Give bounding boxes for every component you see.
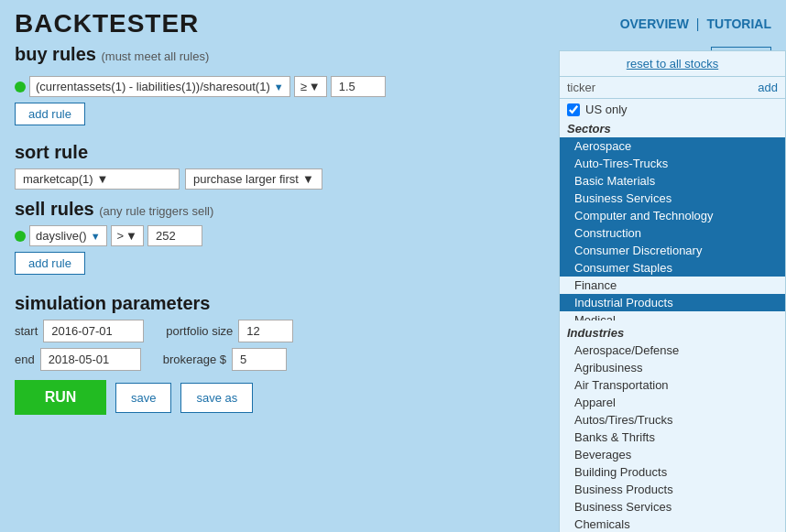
sector-item[interactable]: Business Services (560, 190, 785, 207)
sector-item[interactable]: Basic Materials (560, 172, 785, 190)
industry-list: Aerospace/DefenseAgribusinessAir Transpo… (560, 342, 785, 532)
save-button[interactable]: save (115, 383, 171, 413)
stock-panel: reset to all stocks ticker add US only S… (559, 50, 786, 532)
sector-item[interactable]: Medical (560, 311, 785, 320)
buy-rule-formula[interactable]: (currentassets(1) - liabilities(1))/shar… (29, 76, 290, 97)
industry-item[interactable]: Apparel (560, 394, 785, 411)
sell-formula-dropdown-arrow[interactable]: ▼ (91, 231, 101, 242)
nav-divider: | (696, 16, 700, 31)
industry-item[interactable]: Chemicals (560, 516, 785, 532)
industry-item[interactable]: Business Services (560, 498, 785, 516)
industry-item[interactable]: Banks & Thrifts (560, 429, 785, 446)
sell-rule-value[interactable] (147, 225, 202, 246)
sector-item[interactable]: Finance (560, 277, 785, 294)
us-only-checkbox[interactable] (567, 103, 580, 116)
start-input[interactable] (43, 320, 144, 342)
panel-header: reset to all stocks (560, 51, 785, 76)
run-button[interactable]: RUN (15, 380, 106, 415)
tutorial-link[interactable]: TUTORIAL (706, 16, 771, 31)
sell-rule-operator[interactable]: > ▼ (111, 225, 144, 246)
ticker-row: ticker add (560, 76, 785, 99)
end-input[interactable] (40, 348, 141, 371)
ticker-add-link[interactable]: add (758, 81, 778, 94)
buy-rule-value[interactable] (331, 76, 386, 97)
save-as-button[interactable]: save as (180, 383, 253, 413)
end-label: end (15, 353, 35, 366)
portfolio-size-param-group: portfolio size (166, 320, 293, 342)
start-param-group: start (15, 320, 144, 342)
buy-add-rule-button[interactable]: add rule (15, 103, 85, 125)
buy-rules-title: buy rules (must meet all rules) (15, 44, 209, 65)
sector-item[interactable]: Computer and Technology (560, 207, 785, 224)
brokerage-input[interactable] (232, 348, 287, 371)
sector-item[interactable]: Industrial Products (560, 294, 785, 311)
buy-rule-operator[interactable]: ≥ ▼ (294, 76, 327, 97)
ticker-label: ticker (567, 81, 752, 94)
sort-formula-select[interactable]: marketcap(1) ▼ (15, 168, 180, 190)
sell-add-rule-button[interactable]: add rule (15, 252, 85, 275)
industry-item[interactable]: Beverages (560, 446, 785, 463)
industry-item[interactable]: Building Products (560, 463, 785, 481)
sector-item[interactable]: Construction (560, 224, 785, 242)
header-nav: OVERVIEW | TUTORIAL (620, 16, 771, 31)
brokerage-param-group: brokerage $ (163, 348, 287, 371)
sort-direction-select[interactable]: purchase larger first ▼ (185, 168, 322, 190)
industry-item[interactable]: Air Transportation (560, 376, 785, 394)
sell-rule-indicator (15, 231, 26, 242)
industry-item[interactable]: Aerospace/Defense (560, 342, 785, 359)
portfolio-size-input[interactable] (238, 320, 293, 342)
start-label: start (15, 324, 38, 338)
sector-list: AerospaceAuto-Tires-TrucksBasic Material… (560, 137, 785, 320)
sector-item[interactable]: Consumer Discretionary (560, 242, 785, 259)
header: BACKTESTER OVERVIEW | TUTORIAL (0, 0, 786, 44)
end-param-group: end (15, 348, 141, 371)
industry-item[interactable]: Agribusiness (560, 359, 785, 376)
reset-link[interactable]: reset to all stocks (627, 57, 718, 71)
app-title: BACKTESTER (15, 9, 199, 38)
sector-item[interactable]: Aerospace (560, 137, 785, 155)
buy-rule-indicator (15, 81, 26, 92)
industry-item[interactable]: Autos/Tires/Trucks (560, 411, 785, 429)
us-only-row: US only (560, 99, 785, 120)
portfolio-size-label: portfolio size (166, 324, 233, 338)
us-only-label: US only (585, 103, 628, 116)
sector-item[interactable]: Auto-Tires-Trucks (560, 155, 785, 172)
formula-dropdown-arrow[interactable]: ▼ (274, 81, 284, 92)
industry-item[interactable]: Business Products (560, 481, 785, 498)
sectors-label: Sectors (560, 120, 785, 137)
brokerage-label: brokerage $ (163, 353, 226, 366)
sort-direction-arrow: ▼ (302, 172, 314, 186)
industries-label: Industries (560, 324, 785, 342)
sector-item[interactable]: Consumer Staples (560, 259, 785, 277)
overview-link[interactable]: OVERVIEW (620, 16, 689, 31)
sell-rule-formula[interactable]: dayslive() ▼ (29, 225, 107, 246)
